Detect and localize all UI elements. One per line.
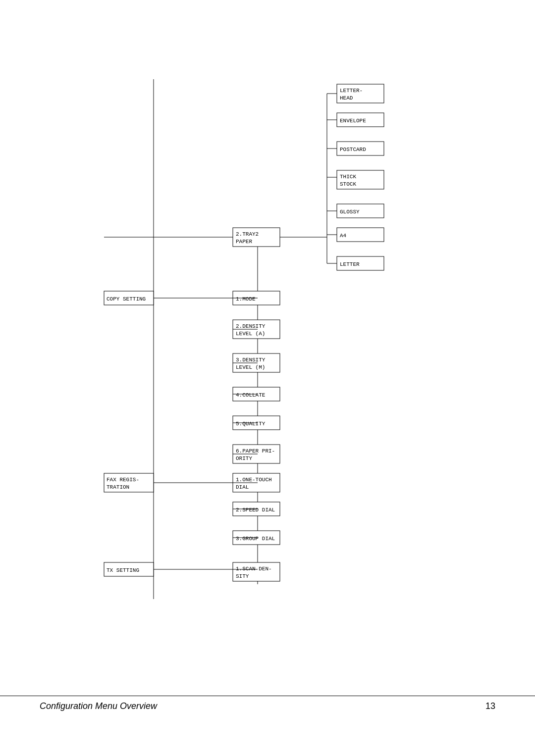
footer-title: Configuration Menu Overview xyxy=(40,701,157,711)
svg-text:ORITY: ORITY xyxy=(236,455,252,461)
diagram-wrapper: LETTER- HEAD ENVELOPE POSTCARD THICK STO… xyxy=(74,79,446,624)
page: LETTER- HEAD ENVELOPE POSTCARD THICK STO… xyxy=(0,0,535,756)
svg-text:TX SETTING: TX SETTING xyxy=(107,567,139,573)
svg-text:1.ONE-TOUCH: 1.ONE-TOUCH xyxy=(236,477,272,483)
svg-text:STOCK: STOCK xyxy=(340,181,356,187)
svg-text:5.QUALITY: 5.QUALITY xyxy=(236,421,266,427)
svg-text:ENVELOPE: ENVELOPE xyxy=(340,118,366,124)
svg-text:SITY: SITY xyxy=(236,573,249,579)
footer: Configuration Menu Overview 13 xyxy=(0,696,535,711)
svg-text:THICK: THICK xyxy=(340,174,356,180)
svg-text:LEVEL (A): LEVEL (A) xyxy=(236,331,265,337)
svg-text:A4: A4 xyxy=(340,233,347,239)
tree-diagram: LETTER- HEAD ENVELOPE POSTCARD THICK STO… xyxy=(74,79,446,624)
svg-text:2.DENSITY: 2.DENSITY xyxy=(236,323,266,329)
svg-text:TRATION: TRATION xyxy=(107,484,129,490)
svg-text:LETTER: LETTER xyxy=(340,261,360,267)
svg-text:1.MODE: 1.MODE xyxy=(236,296,256,302)
svg-text:FAX REGIS-: FAX REGIS- xyxy=(107,477,139,483)
svg-text:HEAD: HEAD xyxy=(340,95,353,101)
svg-text:COPY SETTING: COPY SETTING xyxy=(107,296,146,302)
svg-text:1.SCAN DEN-: 1.SCAN DEN- xyxy=(236,566,272,572)
svg-text:LEVEL (M): LEVEL (M) xyxy=(236,364,265,370)
svg-text:LETTER-: LETTER- xyxy=(340,88,363,94)
svg-text:3.GROUP DIAL: 3.GROUP DIAL xyxy=(236,536,275,542)
svg-text:DIAL: DIAL xyxy=(236,484,249,490)
svg-text:GLOSSY: GLOSSY xyxy=(340,209,360,215)
svg-text:POSTCARD: POSTCARD xyxy=(340,147,366,152)
svg-text:2.TRAY2: 2.TRAY2 xyxy=(236,231,259,237)
svg-text:2.SPEED DIAL: 2.SPEED DIAL xyxy=(236,507,275,513)
svg-text:PAPER: PAPER xyxy=(236,239,252,245)
svg-text:6.PAPER PRI-: 6.PAPER PRI- xyxy=(236,448,275,454)
svg-text:3.DENSITY: 3.DENSITY xyxy=(236,357,266,363)
footer-page: 13 xyxy=(485,701,495,711)
svg-text:4.COLLATE: 4.COLLATE xyxy=(236,392,266,398)
